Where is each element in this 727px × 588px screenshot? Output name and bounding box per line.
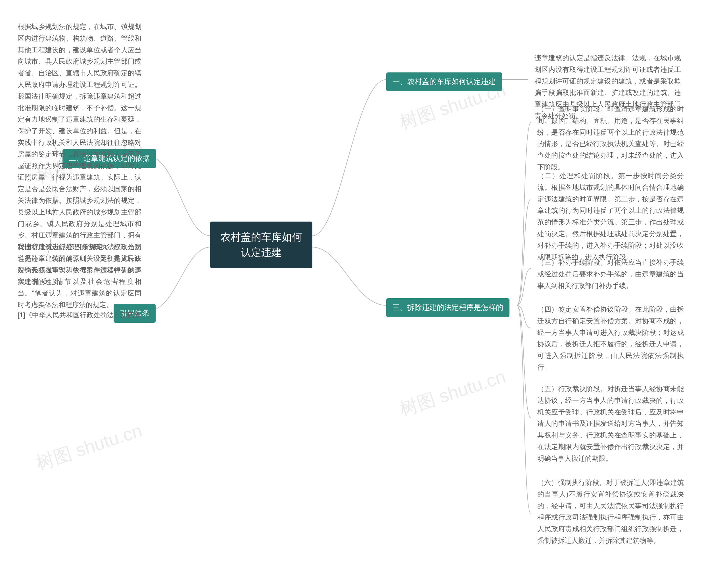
leaf-step-2: （二）处理和处罚阶段。第一步按时间分类分流。根据各地城市规划的具体时间合情合理地… [531,166,690,267]
branch-section-3: 三、拆除违建的法定程序是怎样的 [386,298,510,317]
watermark: 树图 shutu.cn [33,418,145,476]
mindmap-root: 农村盖的车库如何认定违建 [210,222,313,268]
leaf-step-3: （三）补办手续阶段。对依法应当直接补办手续或经过处罚后要求补办手续的，由违章建筑… [531,253,690,295]
watermark: 树图 shutu.cn [397,364,509,422]
leaf-step-1: （一）查明事实阶段。即查清违章建筑形成的时间、原因、结构、面积、用途，是否存在民… [531,100,690,177]
leaf-step-5: （五）行政裁决阶段。对拆迁当事人经协商未能达协议，经一方当事人的申请行政裁决的，… [531,379,690,468]
branch-section-1: 一、农村盖的车库如何认定违建 [386,72,502,91]
leaf-citation-1: [1]《中华人民共和国行政处罚法》第四条 [12,306,113,325]
leaf-step-6: （六）强制执行阶段。对于被拆迁人(即违章建筑的当事人)不履行安置补偿协议或安置补… [531,473,690,550]
leaf-step-4: （四）签定安置补偿协议阶段。在此阶段，由拆迁双方自行确定安置补偿方案。对协商不成… [531,300,690,377]
leaf-section-2b: 我国行政处罚法第四条规定："行政处罚遵循公正、公开的原则。设定和实施行政处罚必须… [12,237,148,315]
